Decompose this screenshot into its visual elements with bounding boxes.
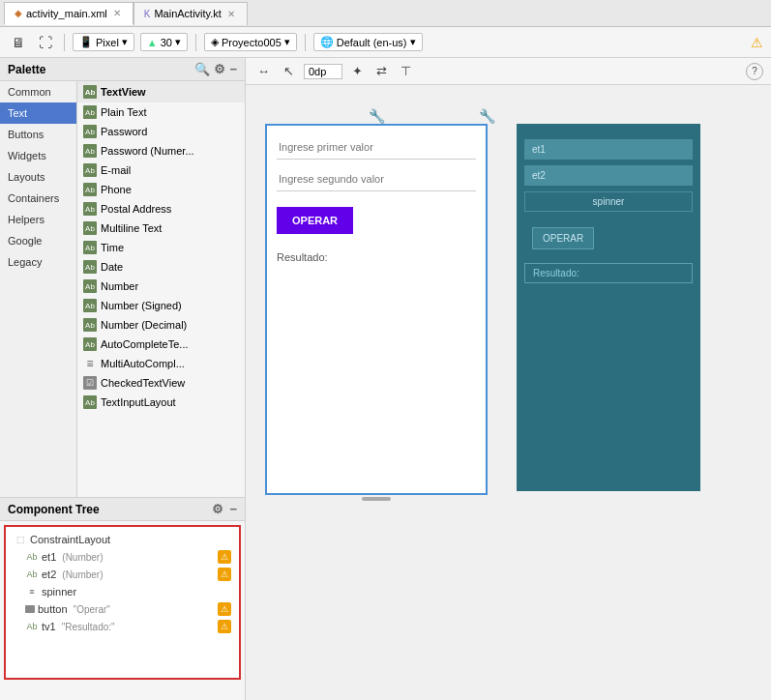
tab-main-activity-close[interactable]: ✕ <box>225 9 237 19</box>
palette-category-containers[interactable]: Containers <box>0 188 76 209</box>
plain-text-label: Plain Text <box>101 106 147 118</box>
phone-mockup-design: OPERAR Resultado: <box>265 124 488 495</box>
palette-item-time[interactable]: Ab Time <box>77 238 245 257</box>
palette-header-icons: 🔍 ⚙ − <box>194 62 237 76</box>
locale-label: Default (en-us) <box>337 37 407 48</box>
tree-item-constraint-layout[interactable]: ⬚ ConstraintLayout <box>10 531 235 548</box>
palette-search-icon[interactable]: 🔍 <box>194 62 210 76</box>
teal-et1[interactable]: et1 <box>524 139 693 160</box>
tree-item-et1[interactable]: Ab et1 (Number) ⚠ <box>10 548 235 566</box>
api-label: 30 <box>161 37 172 48</box>
canvas-arrows-btn[interactable]: ⇄ <box>372 62 391 80</box>
multiline-label: Multiline Text <box>101 222 162 234</box>
canvas-magic-btn[interactable]: ✦ <box>348 62 367 80</box>
palette-item-multiline[interactable]: Ab Multiline Text <box>77 219 245 238</box>
textview-icon: Ab <box>83 85 97 99</box>
palette-item-autocomplete[interactable]: Ab AutoCompleteTe... <box>77 335 245 354</box>
et2-label: et2 <box>42 569 56 580</box>
palette-category-common[interactable]: Common <box>0 81 76 102</box>
tab-main-activity[interactable]: K MainActivity.kt ✕ <box>133 2 248 25</box>
tree-item-et2[interactable]: Ab et2 (Number) ⚠ <box>10 566 235 583</box>
tree-settings-icon[interactable]: ⚙ <box>212 502 223 516</box>
tree-title: Component Tree <box>8 503 206 516</box>
checked-textview-icon: ☑ <box>83 376 97 390</box>
palette-item-textview[interactable]: Ab TextView <box>77 81 245 102</box>
tree-item-spinner[interactable]: ≡ spinner <box>10 583 235 600</box>
phone-operar-button[interactable]: OPERAR <box>277 207 353 234</box>
palette-item-multi-autocomplete[interactable]: ≡ MultiAutoCompl... <box>77 354 245 373</box>
device-label: Pixel <box>96 37 119 48</box>
canvas-select-btn[interactable]: ↖ <box>280 62 298 80</box>
canvas-help-btn[interactable]: ? <box>746 63 763 80</box>
palette-category-legacy[interactable]: Legacy <box>0 251 76 273</box>
palette-item-number-decimal[interactable]: Ab Number (Decimal) <box>77 315 245 335</box>
number-signed-icon: Ab <box>83 299 97 312</box>
tree-collapse-icon[interactable]: − <box>229 502 237 516</box>
tab-activity-main-close[interactable]: ✕ <box>111 8 123 18</box>
teal-button-wrapper: OPERAR <box>517 216 700 261</box>
chevron-down-icon4: ▾ <box>410 36 416 48</box>
palette-item-date[interactable]: Ab Date <box>77 257 245 277</box>
tree-item-button[interactable]: button "Operar" ⚠ <box>10 600 235 618</box>
phone-result-label: Resultado: <box>277 251 476 263</box>
tv1-sublabel: "Resultado:" <box>62 622 115 632</box>
tab-activity-main[interactable]: ◆ activity_main.xml ✕ <box>4 2 133 25</box>
teal-operar-button[interactable]: OPERAR <box>532 227 594 249</box>
blueprint-mode-btn[interactable]: ⛶ <box>35 33 56 52</box>
palette-category-google[interactable]: Google <box>0 230 76 251</box>
offset-input[interactable] <box>304 64 342 79</box>
et2-icon: Ab <box>25 568 39 581</box>
constraint-layout-icon: ⬚ <box>14 533 27 546</box>
et1-warning-icon: ⚠ <box>218 550 231 564</box>
palette-category-text[interactable]: Text <box>0 102 76 124</box>
autocomplete-label: AutoCompleteTe... <box>101 338 189 350</box>
date-icon: Ab <box>83 260 97 274</box>
palette-item-password[interactable]: Ab Password <box>77 122 245 141</box>
number-icon: Ab <box>83 279 97 293</box>
locale-dropdown[interactable]: 🌐 Default (en-us) ▾ <box>313 33 423 51</box>
palette-category-layouts[interactable]: Layouts <box>0 166 76 188</box>
design-mode-btn[interactable]: 🖥 <box>8 33 29 52</box>
component-tree: Component Tree ⚙ − ⬚ ConstraintLayout Ab… <box>0 497 245 700</box>
et2-sublabel: (Number) <box>62 569 103 580</box>
sep3 <box>305 34 306 51</box>
palette-item-postal[interactable]: Ab Postal Address <box>77 199 245 219</box>
canvas-align-btn[interactable]: ⊤ <box>397 62 415 80</box>
button-icon <box>25 605 35 613</box>
multiline-icon: Ab <box>83 221 97 235</box>
tree-body: ⬚ ConstraintLayout Ab et1 (Number) ⚠ Ab … <box>4 525 241 680</box>
palette-body: Common Text Buttons Widgets Layouts Cont… <box>0 81 245 497</box>
kt-file-icon: K <box>144 9 151 19</box>
wrench-icon-right: 🔧 <box>479 108 495 124</box>
wrench-icon-left: 🔧 <box>369 108 385 124</box>
textinput-layout-label: TextInputLayout <box>101 396 176 408</box>
palette-category-helpers[interactable]: Helpers <box>0 209 76 230</box>
palette-category-widgets[interactable]: Widgets <box>0 145 76 166</box>
palette-item-checked-textview[interactable]: ☑ CheckedTextView <box>77 373 245 393</box>
button-warning-icon: ⚠ <box>218 602 231 616</box>
password-numeric-icon: Ab <box>83 144 97 158</box>
palette-item-password-numeric[interactable]: Ab Password (Numer... <box>77 141 245 160</box>
tree-item-tv1[interactable]: Ab tv1 "Resultado:" ⚠ <box>10 618 235 635</box>
teal-et2[interactable]: et2 <box>524 165 693 186</box>
number-label: Number <box>101 280 138 292</box>
device-dropdown[interactable]: 📱 Pixel ▾ <box>73 33 134 51</box>
palette-collapse-icon[interactable]: − <box>229 62 237 76</box>
phone-input2[interactable] <box>277 167 476 191</box>
android-icon: ▲ <box>147 37 158 48</box>
tree-header: Component Tree ⚙ − <box>0 498 245 521</box>
palette-item-number-signed[interactable]: Ab Number (Signed) <box>77 296 245 315</box>
api-dropdown[interactable]: ▲ 30 ▾ <box>140 33 188 51</box>
palette-item-number[interactable]: Ab Number <box>77 277 245 296</box>
palette-item-phone[interactable]: Ab Phone <box>77 180 245 199</box>
teal-spinner[interactable]: spinner <box>524 191 693 212</box>
palette-category-buttons[interactable]: Buttons <box>0 124 76 145</box>
palette-item-textinput-layout[interactable]: Ab TextInputLayout <box>77 393 245 412</box>
canvas-pan-btn[interactable]: ↔ <box>253 62 274 80</box>
palette-item-email[interactable]: Ab E-mail <box>77 160 245 180</box>
phone-input1[interactable] <box>277 135 476 160</box>
xml-file-icon: ◆ <box>15 8 22 18</box>
palette-item-plain-text[interactable]: Ab Plain Text <box>77 102 245 122</box>
project-dropdown[interactable]: ◈ Proyecto005 ▾ <box>204 33 297 51</box>
palette-settings-icon[interactable]: ⚙ <box>214 62 225 76</box>
